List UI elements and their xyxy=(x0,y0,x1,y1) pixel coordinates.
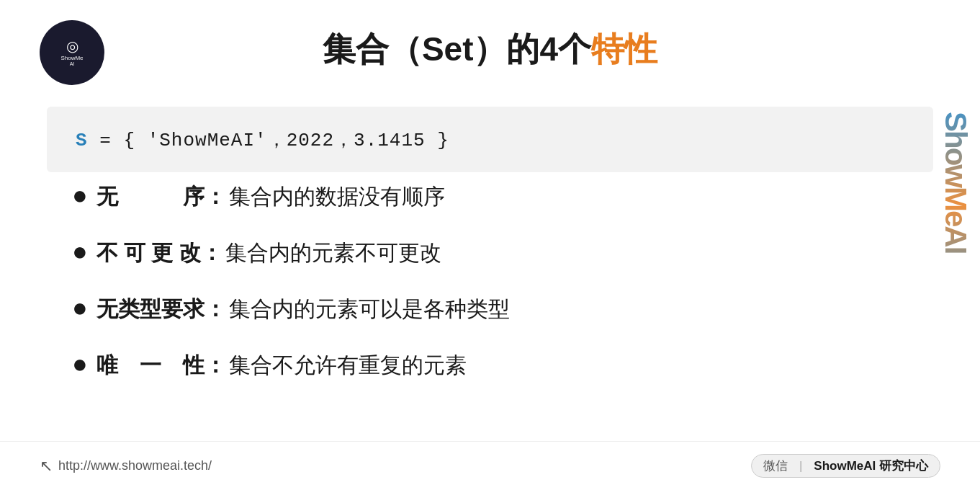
wechat-badge: 微信 | ShowMeAI 研究中心 xyxy=(751,454,940,478)
bullet-desc-1: 集合内的数据没有顺序 xyxy=(229,182,445,212)
watermark: ShowMeAI xyxy=(938,112,973,299)
bullet-desc-4: 集合不允许有重复的元素 xyxy=(229,350,467,380)
bullet-dot-3: ● xyxy=(72,295,88,321)
list-item: ● 唯 一 性： 集合不允许有重复的元素 xyxy=(72,350,894,380)
list-item: ● 无 序： 集合内的数据没有顺序 xyxy=(72,182,894,212)
divider: | xyxy=(799,459,802,473)
code-block: S = { 'ShowMeAI'，2022，3.1415 } xyxy=(47,107,933,172)
bullet-key-1: 无 序： xyxy=(96,182,226,212)
bullet-desc-3: 集合内的元素可以是各种类型 xyxy=(229,294,510,324)
code-variable: S xyxy=(76,130,88,151)
page-title: 集合（Set）的4个特性 xyxy=(0,27,980,72)
bullet-desc-2: 集合内的元素不可更改 xyxy=(225,238,441,268)
bullet-key-4: 唯 一 性： xyxy=(96,350,226,380)
bullet-dot-4: ● xyxy=(72,351,88,377)
bullet-list: ● 无 序： 集合内的数据没有顺序 ● 不 可 更 改： 集合内的元素不可更改 … xyxy=(72,182,894,406)
list-item: ● 不 可 更 改： 集合内的元素不可更改 xyxy=(72,238,894,268)
bullet-dot-1: ● xyxy=(72,182,88,208)
wechat-label: 微信 xyxy=(763,458,788,474)
footer: ↖ http://www.showmeai.tech/ 微信 | ShowMeA… xyxy=(0,441,980,490)
cursor-icon: ↖ xyxy=(40,457,53,476)
list-item: ● 无类型要求： 集合内的元素可以是各种类型 xyxy=(72,294,894,324)
wechat-name: ShowMeAI 研究中心 xyxy=(814,458,928,474)
footer-url: http://www.showmeai.tech/ xyxy=(58,458,212,473)
footer-url-container: ↖ http://www.showmeai.tech/ xyxy=(40,457,212,476)
title-highlight: 特性 xyxy=(591,30,657,68)
bullet-dot-2: ● xyxy=(72,239,88,264)
bullet-key-3: 无类型要求： xyxy=(96,294,226,324)
code-body: = { 'ShowMeAI'，2022，3.1415 } xyxy=(99,130,449,151)
title-prefix: 集合（Set）的4个 xyxy=(323,30,591,68)
bullet-key-2: 不 可 更 改： xyxy=(96,238,222,268)
